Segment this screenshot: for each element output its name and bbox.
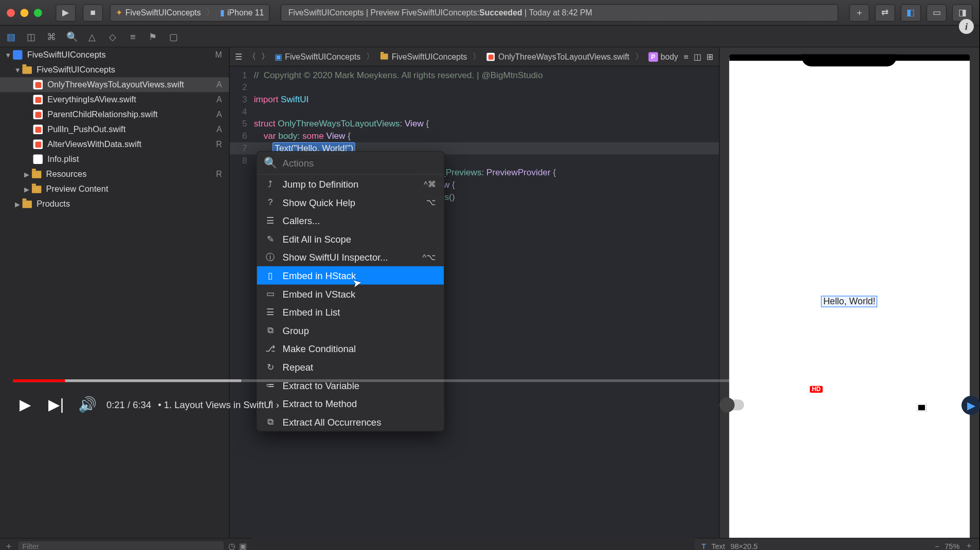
file-name: ParentChildRelationship.swift xyxy=(47,110,157,119)
folder-name: Preview Content xyxy=(46,184,108,193)
actions-menu-item[interactable]: ☰Callers... xyxy=(257,211,444,230)
actions-menu-item[interactable]: ?Show Quick Help⌥ xyxy=(257,193,444,212)
actions-search-input[interactable] xyxy=(283,157,438,168)
file-row[interactable]: PullIn_PushOut.swift A xyxy=(0,122,229,137)
actions-menu-item[interactable]: ⤴Jump to Definition^⌘ xyxy=(257,175,444,193)
folder-name: Resources xyxy=(46,170,87,179)
folder-row[interactable]: ▶ Preview Content xyxy=(0,181,229,196)
file-row[interactable]: EverythingIsAView.swift A xyxy=(0,92,229,107)
scm-indicator: R xyxy=(216,140,222,149)
actions-menu-item[interactable]: ✎Edit All in Scope xyxy=(257,230,444,248)
youtube-side-play-icon[interactable]: ▶ xyxy=(961,396,980,415)
group-label: FiveSwiftUIConcepts xyxy=(37,65,115,75)
breakpoint-navigator-icon[interactable]: ⚑ xyxy=(148,31,158,42)
debug-navigator-icon[interactable]: ≡ xyxy=(128,31,138,42)
actions-menu-item[interactable]: ⧉Group xyxy=(257,321,444,340)
youtube-autoplay-toggle[interactable] xyxy=(720,393,744,417)
issue-navigator-icon[interactable]: △ xyxy=(87,31,98,42)
scheme-selector[interactable]: ✦ FiveSwiftUIConcepts 〉 ▮ iPhone 11 xyxy=(110,4,270,21)
youtube-miniplayer-button[interactable] xyxy=(829,393,854,417)
menu-item-icon: ☰ xyxy=(265,215,276,226)
report-navigator-icon[interactable]: ▢ xyxy=(168,31,179,42)
related-items-icon[interactable]: ☰ xyxy=(235,52,242,61)
actions-menu-item[interactable]: ▭Embed in VStack xyxy=(257,285,444,303)
scm-indicator: R xyxy=(216,170,222,179)
youtube-next-button[interactable]: ▶| xyxy=(44,393,68,417)
selection-type-icon: T xyxy=(701,542,706,550)
project-navigator: ▼ FiveSwiftUIConcepts M ▼ FiveSwiftUICon… xyxy=(0,47,229,538)
folder-row[interactable]: ▶ Resources R xyxy=(0,167,229,181)
navigator-filter-input[interactable] xyxy=(17,540,224,550)
menu-item-label: Show SwiftUI Inspector... xyxy=(283,252,388,263)
scm-filter-icon[interactable]: ▣ xyxy=(239,541,246,550)
menu-item-icon: ✎ xyxy=(265,234,276,244)
status-text: FiveSwiftUIConcepts | Preview FiveSwiftU… xyxy=(288,8,480,17)
go-forward-icon[interactable]: 〉 xyxy=(261,51,269,62)
test-navigator-icon[interactable]: ◇ xyxy=(107,31,118,42)
go-back-icon[interactable]: 〈 xyxy=(248,51,256,62)
window-traffic-lights xyxy=(7,8,42,16)
youtube-play-button[interactable]: ▶ xyxy=(13,393,37,417)
menu-item-icon: ▯ xyxy=(265,270,276,281)
file-row[interactable]: OnlyThreeWaysToLayoutViews.swift A xyxy=(0,77,229,92)
xcode-toolbar: ▶ ■ ✦ FiveSwiftUIConcepts 〉 ▮ iPhone 11 … xyxy=(0,0,979,26)
toggle-right-panel-button[interactable]: ◨ xyxy=(952,4,973,21)
toggle-left-panel-button[interactable]: ◧ xyxy=(901,4,921,21)
youtube-hd-badge: HD xyxy=(810,386,823,393)
zoom-in-icon[interactable]: ＋ xyxy=(965,541,972,550)
youtube-volume-button[interactable]: 🔊 xyxy=(75,393,99,417)
source-control-navigator-icon[interactable]: ◫ xyxy=(26,31,37,42)
add-editor-icon[interactable]: ⊞ xyxy=(706,52,713,61)
menu-item-label: Callers... xyxy=(283,215,320,226)
youtube-seek-bar[interactable] xyxy=(13,379,964,382)
menu-item-shortcut: ^⌘ xyxy=(424,179,435,189)
minimize-window-button[interactable] xyxy=(21,8,29,16)
scheme-app-label: FiveSwiftUIConcepts xyxy=(125,8,201,17)
menu-item-label: Embed in List xyxy=(283,306,340,317)
zoom-window-button[interactable] xyxy=(34,8,42,16)
youtube-settings-button[interactable]: ⚙HD xyxy=(793,393,817,417)
preview-text-widget[interactable]: Hello, World! xyxy=(821,296,877,307)
swiftui-preview-canvas[interactable]: Hello, World! xyxy=(719,47,979,538)
scm-indicator: A xyxy=(216,95,222,104)
run-button[interactable]: ▶ xyxy=(56,4,76,21)
project-navigator-icon[interactable]: ▤ xyxy=(6,31,16,42)
add-button[interactable]: ＋ xyxy=(849,4,869,21)
symbol-navigator-icon[interactable]: ⌘ xyxy=(46,31,57,42)
find-navigator-icon[interactable]: 🔍 xyxy=(66,31,77,42)
youtube-chapter-label[interactable]: • 1. Layout Views in SwiftUI › xyxy=(155,399,279,410)
actions-menu-item[interactable]: ⓘShow SwiftUI Inspector...^⌥ xyxy=(257,248,444,266)
editor-options-icon[interactable]: ≡ xyxy=(683,52,688,61)
youtube-time-display: 0:21 / 6:34 xyxy=(106,399,151,410)
file-row[interactable]: ParentChildRelationship.swift A xyxy=(0,107,229,122)
actions-menu-item[interactable]: ⎇Make Conditional xyxy=(257,339,444,358)
jump-bar[interactable]: ☰ 〈 〉 ▣ FiveSwiftUIConcepts〉 FiveSwiftUI… xyxy=(229,47,719,66)
actions-menu-item[interactable]: ↻Repeat xyxy=(257,358,444,376)
tab-overview-button[interactable]: ⇄ xyxy=(875,4,896,21)
zoom-level-label[interactable]: 75% xyxy=(945,542,959,550)
toggle-bottom-panel-button[interactable]: ▭ xyxy=(927,4,947,21)
youtube-fullscreen-button[interactable] xyxy=(939,393,964,417)
group-row[interactable]: ▼ FiveSwiftUIConcepts xyxy=(0,62,229,77)
menu-item-icon: ? xyxy=(265,197,276,208)
actions-menu-item[interactable]: ☰Embed in List xyxy=(257,303,444,321)
menu-item-icon: ⎇ xyxy=(265,343,276,354)
menu-item-label: Embed in VStack xyxy=(283,288,356,299)
zoom-out-icon[interactable]: − xyxy=(935,542,939,550)
folder-row[interactable]: ▶ Products xyxy=(0,196,229,211)
preview-status-bar: T Text 98×20.5 − 75% ＋ xyxy=(695,538,979,550)
youtube-theater-button[interactable] xyxy=(866,393,890,417)
file-row[interactable]: Info.plist xyxy=(0,152,229,167)
actions-menu-item[interactable]: ▯Embed in HStack xyxy=(257,266,444,285)
youtube-played xyxy=(13,379,65,382)
project-root-row[interactable]: ▼ FiveSwiftUIConcepts M xyxy=(0,47,229,62)
add-file-icon[interactable]: ＋ xyxy=(4,540,13,550)
youtube-remote-play-button[interactable] xyxy=(903,393,927,417)
close-window-button[interactable] xyxy=(7,8,15,16)
recent-filter-icon[interactable]: ◷ xyxy=(228,541,235,550)
navigator-filter-bar: ＋ ◷ ▣ xyxy=(0,538,251,550)
adjust-editor-icon[interactable]: ◫ xyxy=(694,52,701,61)
file-row[interactable]: AlterViewsWithData.swift R xyxy=(0,137,229,152)
stop-button[interactable]: ■ xyxy=(83,4,103,21)
youtube-subtitles-button[interactable] xyxy=(756,393,781,417)
